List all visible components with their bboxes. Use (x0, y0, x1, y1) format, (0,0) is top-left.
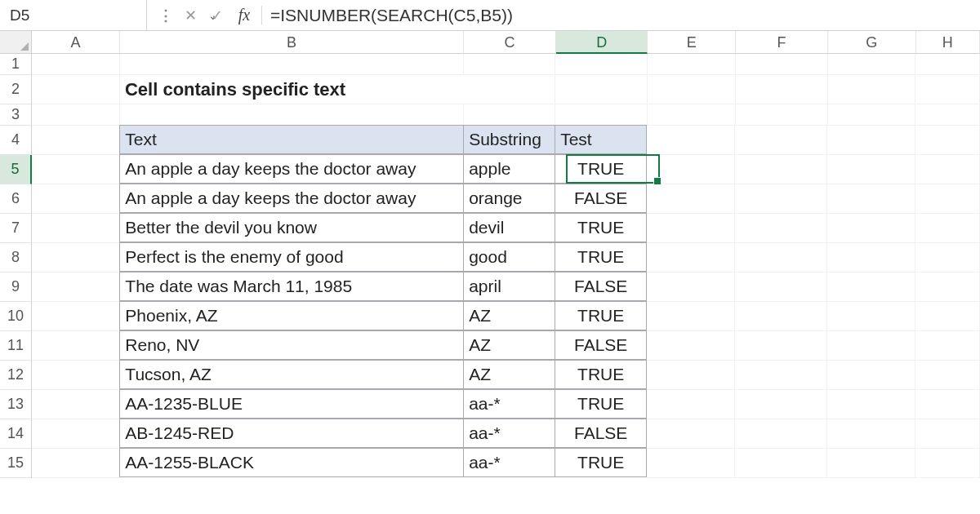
row-header[interactable]: 14 (0, 419, 32, 449)
table-header-test[interactable]: Test (555, 125, 647, 154)
cell[interactable] (827, 449, 915, 478)
row-header[interactable]: 11 (0, 331, 32, 361)
cell[interactable] (648, 104, 736, 126)
cell-test[interactable]: FALSE (555, 184, 647, 213)
cell[interactable] (647, 273, 735, 302)
cell[interactable] (32, 126, 120, 155)
cell-substring[interactable]: aa-* (463, 448, 555, 477)
cell[interactable] (555, 104, 648, 126)
cell-text[interactable]: Perfect is the enemy of good (119, 242, 464, 272)
cell-test[interactable]: TRUE (555, 389, 647, 419)
cell[interactable] (32, 104, 120, 126)
cell[interactable] (736, 75, 828, 104)
col-header[interactable]: C (464, 31, 556, 54)
cell[interactable] (32, 302, 120, 331)
cell[interactable] (32, 214, 120, 243)
cell-test[interactable]: FALSE (555, 272, 647, 301)
cell-substring[interactable]: april (463, 272, 555, 301)
cell[interactable] (827, 419, 915, 449)
cell[interactable] (915, 184, 980, 214)
cell-test[interactable]: TRUE (555, 213, 647, 242)
cell[interactable] (735, 361, 827, 390)
row-header[interactable]: 3 (0, 104, 32, 126)
cell[interactable] (555, 54, 648, 75)
cell[interactable] (735, 214, 827, 243)
cell[interactable] (735, 449, 827, 478)
cell[interactable] (915, 419, 980, 449)
cell[interactable] (555, 75, 648, 104)
cell-test[interactable]: TRUE (555, 360, 647, 389)
cell[interactable] (915, 54, 980, 75)
cell-text[interactable]: Tucson, AZ (119, 360, 464, 389)
cell[interactable] (827, 214, 915, 243)
cell[interactable] (464, 75, 556, 104)
cell[interactable] (827, 126, 915, 155)
cell[interactable] (736, 54, 828, 75)
cell[interactable] (827, 184, 915, 214)
cell[interactable] (32, 390, 120, 419)
row-header[interactable]: 12 (0, 361, 32, 390)
cell[interactable] (647, 126, 735, 155)
cell-substring[interactable]: apple (463, 154, 555, 184)
table-header-substring[interactable]: Substring (463, 125, 555, 154)
cell[interactable] (32, 419, 120, 449)
fx-icon[interactable]: fx (234, 6, 255, 24)
formula-input[interactable] (262, 6, 980, 25)
cell[interactable] (735, 419, 827, 449)
row-header[interactable]: 1 (0, 54, 32, 75)
cell[interactable] (735, 155, 827, 184)
cell[interactable] (32, 243, 120, 273)
row-header[interactable]: 10 (0, 302, 32, 331)
cell[interactable] (915, 449, 980, 478)
col-header[interactable]: H (916, 31, 980, 54)
cell-substring[interactable]: good (463, 242, 555, 272)
cell[interactable] (647, 243, 735, 273)
cell-test[interactable]: TRUE (555, 301, 647, 330)
cell[interactable] (735, 390, 827, 419)
cell-substring[interactable]: orange (463, 184, 555, 213)
cell-text[interactable]: AA-1235-BLUE (119, 389, 464, 419)
cell-text[interactable]: Phoenix, AZ (119, 301, 464, 330)
cell[interactable] (647, 419, 735, 449)
col-header[interactable]: G (828, 31, 916, 54)
cell[interactable] (647, 184, 735, 214)
row-header[interactable]: 7 (0, 214, 32, 243)
cell[interactable] (915, 390, 980, 419)
cell-substring[interactable]: AZ (463, 330, 555, 360)
cell[interactable] (827, 155, 915, 184)
cell[interactable] (736, 104, 828, 126)
col-header[interactable]: D (556, 31, 648, 54)
cell-text[interactable]: Better the devil you know (119, 213, 464, 242)
cell-substring[interactable]: AZ (463, 360, 555, 389)
cell[interactable] (32, 54, 120, 75)
cell-test[interactable]: FALSE (555, 330, 647, 360)
cell[interactable] (915, 243, 980, 273)
cell[interactable] (32, 155, 120, 184)
cell[interactable] (735, 243, 827, 273)
cell[interactable] (120, 104, 464, 126)
col-header[interactable]: F (736, 31, 828, 54)
cell[interactable] (828, 104, 916, 126)
row-header[interactable]: 5 (0, 155, 32, 184)
cell-text[interactable]: AA-1255-BLACK (119, 448, 464, 477)
row-header[interactable]: 15 (0, 449, 32, 478)
cell[interactable] (915, 126, 980, 155)
cell[interactable] (827, 273, 915, 302)
cell[interactable] (915, 273, 980, 302)
cell[interactable] (735, 302, 827, 331)
cell[interactable] (647, 214, 735, 243)
cell[interactable] (464, 54, 556, 75)
cell[interactable] (32, 449, 120, 478)
row-header[interactable]: 9 (0, 273, 32, 302)
cell[interactable] (647, 155, 735, 184)
cell[interactable] (32, 361, 120, 390)
cancel-icon[interactable]: ✕ (181, 7, 199, 24)
cell[interactable] (827, 390, 915, 419)
row-header[interactable]: 2 (0, 75, 32, 104)
cell[interactable] (647, 390, 735, 419)
cell[interactable] (648, 75, 736, 104)
cell[interactable] (915, 302, 980, 331)
cell[interactable] (915, 214, 980, 243)
cell[interactable] (464, 104, 556, 126)
cell-text[interactable]: The date was March 11, 1985 (119, 272, 464, 301)
